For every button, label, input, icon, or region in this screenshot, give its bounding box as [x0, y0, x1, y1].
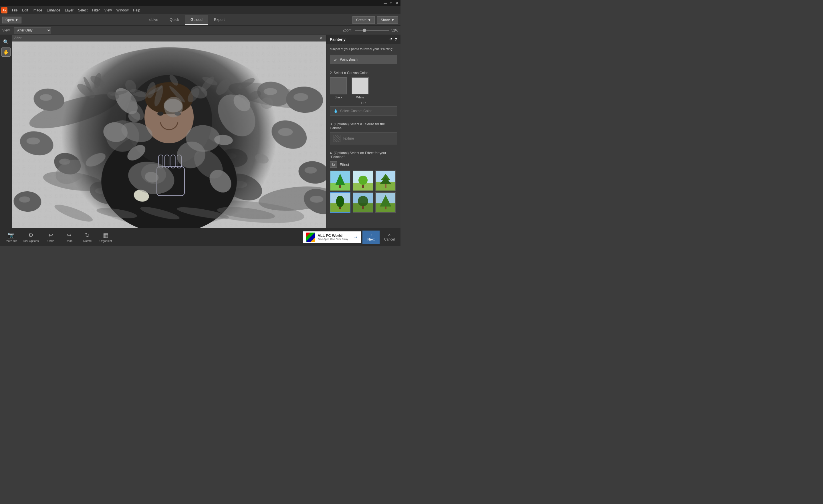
photo-bin-icon: 📷: [7, 232, 15, 238]
cancel-x-icon: ✕: [388, 233, 391, 237]
allpcworld-arrow-icon: →: [353, 234, 358, 240]
allpcworld-name: ALL PC World: [318, 233, 348, 238]
effect-thumb-1[interactable]: [330, 170, 350, 191]
next-label: Next: [367, 237, 374, 241]
svg-point-4: [358, 176, 368, 185]
open-label: Open: [5, 18, 14, 22]
menu-window[interactable]: Window: [114, 7, 131, 13]
menu-view[interactable]: View: [102, 7, 114, 13]
photo-canvas: [12, 41, 326, 228]
svg-point-9: [336, 196, 344, 207]
texture-section: 3. (Optional) Select a Texture for the C…: [330, 122, 397, 144]
black-label: Black: [335, 96, 342, 99]
refresh-icon[interactable]: ↺: [389, 37, 392, 41]
left-tools-panel: 🔍 ✋: [0, 35, 12, 228]
minimize-button[interactable]: —: [383, 1, 388, 6]
main-toolbar: Open ▼ eLive Quick Guided Expert Create …: [0, 14, 400, 26]
open-button[interactable]: Open ▼: [2, 17, 21, 23]
main-content: 🔍 ✋ After ✕ Painterly ↺ ? subject of you…: [0, 35, 400, 228]
effect-thumb-3[interactable]: [375, 170, 396, 191]
zoom-label: Zoom:: [343, 28, 352, 32]
allpcworld-logo: [306, 232, 315, 242]
tool-options-button[interactable]: ⚙ Tool Options: [21, 230, 41, 244]
view-select[interactable]: After Only Before Only Before & After - …: [14, 27, 51, 33]
menu-select[interactable]: Select: [76, 7, 90, 13]
organizer-label: Organizer: [100, 239, 112, 242]
create-label: Create: [356, 18, 366, 22]
undo-label: Undo: [47, 239, 54, 242]
view-label: View:: [2, 28, 11, 32]
allpcworld-text: ALL PC World Free Apps One Click Away: [318, 233, 348, 240]
search-icon: 🔍: [3, 39, 9, 45]
next-button[interactable]: → Next: [362, 230, 380, 244]
effect-section: 4. (Optional) Select an Effect for your …: [330, 151, 397, 213]
share-label: Share: [381, 18, 390, 22]
create-button[interactable]: Create ▼: [352, 16, 375, 24]
menu-bar: Ps File Edit Image Enhance Layer Select …: [0, 6, 400, 14]
menu-help[interactable]: Help: [131, 7, 143, 13]
tree-svg-6: [378, 194, 393, 211]
help-icon[interactable]: ?: [395, 37, 397, 41]
cancel-button[interactable]: ✕ Cancel: [381, 230, 398, 244]
share-button[interactable]: Share ▼: [377, 16, 398, 24]
undo-button[interactable]: ↩ Undo: [42, 230, 59, 244]
effect-thumb-5[interactable]: [353, 192, 373, 213]
hand-tool-button[interactable]: ✋: [1, 47, 11, 57]
tab-quick[interactable]: Quick: [164, 15, 185, 25]
paint-brush-button[interactable]: 🖌 Paint Brush: [330, 55, 397, 64]
texture-button[interactable]: Texture: [330, 133, 397, 144]
svg-point-11: [358, 196, 368, 206]
tab-guided[interactable]: Guided: [185, 15, 208, 25]
search-tool-button[interactable]: 🔍: [1, 37, 11, 46]
black-color-option[interactable]: Black: [330, 77, 347, 99]
tree-svg-4: [333, 194, 347, 211]
step3-label: 3. (Optional) Select a Texture for the C…: [330, 122, 397, 130]
right-panel: Painterly ↺ ? subject of your photo to r…: [326, 35, 400, 228]
tab-elive[interactable]: eLive: [144, 15, 164, 25]
effect-thumb-6[interactable]: [375, 192, 396, 213]
next-arrow-icon: →: [369, 233, 373, 237]
menu-image[interactable]: Image: [30, 7, 44, 13]
select-custom-color-button[interactable]: 💧 Select Custom Color: [330, 107, 397, 116]
white-swatch[interactable]: [352, 77, 369, 95]
menu-enhance[interactable]: Enhance: [44, 7, 62, 13]
menu-layer[interactable]: Layer: [63, 7, 76, 13]
panel-description: subject of your photo to reveal your "Pa…: [330, 47, 397, 51]
effect-grid: [330, 170, 397, 213]
photo-bin-label: Photo Bin: [5, 239, 17, 242]
tool-options-label: Tool Options: [23, 239, 39, 242]
black-swatch[interactable]: [330, 77, 347, 95]
divider-3: [330, 148, 397, 148]
effect-thumb-4[interactable]: [330, 192, 350, 213]
close-button[interactable]: ✕: [394, 1, 399, 6]
paint-brush-label: Paint Brush: [340, 57, 358, 61]
divider-1: [330, 68, 397, 68]
svg-rect-5: [385, 184, 386, 188]
allpcworld-badge[interactable]: ALL PC World Free Apps One Click Away →: [303, 231, 361, 243]
effect-label-row: fx Effect: [330, 161, 397, 168]
color-options: Black White: [330, 77, 397, 99]
maximize-button[interactable]: □: [388, 1, 393, 6]
tab-expert[interactable]: Expert: [208, 15, 230, 25]
rotate-button[interactable]: ↻ Rotate: [79, 230, 96, 244]
zoom-slider[interactable]: [355, 30, 389, 31]
photo-bin-button[interactable]: 📷 Photo Bin: [2, 230, 19, 244]
texture-label: Texture: [343, 137, 354, 140]
white-color-option[interactable]: White: [352, 77, 369, 99]
menu-file[interactable]: File: [10, 7, 20, 13]
bottom-bar: 📷 Photo Bin ⚙ Tool Options ↩ Undo ↪ Redo…: [0, 228, 400, 246]
or-divider: OR: [330, 101, 397, 105]
divider-2: [330, 119, 397, 119]
menu-edit[interactable]: Edit: [20, 7, 30, 13]
title-bar: — □ ✕: [0, 0, 400, 6]
redo-button[interactable]: ↪ Redo: [61, 230, 78, 244]
effect-thumb-2[interactable]: [353, 170, 373, 191]
organizer-button[interactable]: ▦ Organizer: [97, 230, 115, 244]
canvas-header: After ✕: [12, 35, 326, 41]
undo-icon: ↩: [48, 232, 53, 238]
rotate-label: Rotate: [83, 239, 92, 242]
menu-filter[interactable]: Filter: [90, 7, 102, 13]
canvas-close-button[interactable]: ✕: [319, 36, 324, 40]
share-arrow-icon: ▼: [391, 18, 394, 22]
hand-icon: ✋: [3, 49, 9, 55]
